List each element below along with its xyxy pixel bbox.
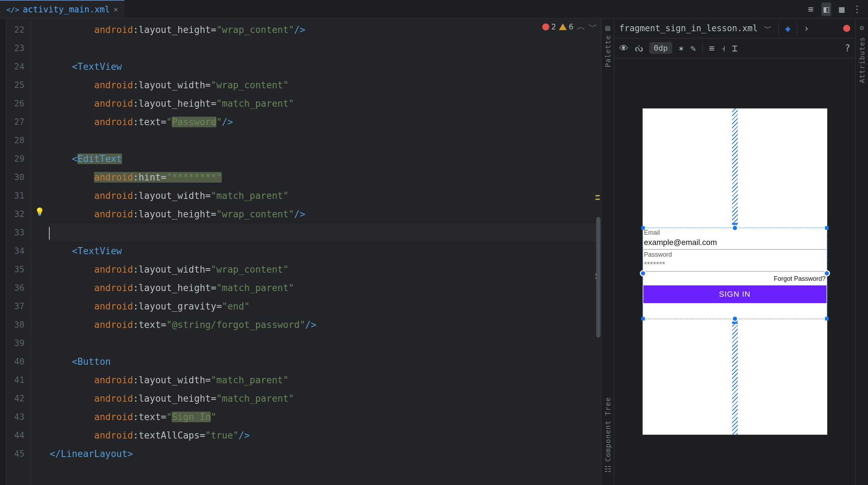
main-split: 2 6 ︿ ﹀ 22232425262728293031323334353637…	[0, 18, 868, 485]
chevron-right-icon[interactable]: ›	[804, 23, 809, 34]
preview-toolbar-primary: fragment_sign_in_lesson.xml ﹀ ◈ ›	[614, 18, 855, 38]
hint-gutter[interactable]: 💡	[31, 18, 48, 485]
tab-filename: activity_main.xml	[23, 5, 110, 15]
constraint-handle-left[interactable]	[640, 270, 646, 277]
device-frame[interactable]: Email example@email.com Password *******…	[643, 108, 827, 435]
preview-error-icon[interactable]	[843, 25, 850, 32]
tree-icon: ☷	[604, 465, 611, 474]
infer-constraints-icon[interactable]: ✶	[679, 43, 684, 54]
palette-rail-button[interactable]: ▤ Palette	[604, 23, 612, 67]
tab-strip: </> activity_main.xml × ≡ ◧ ▦ ⋮	[0, 0, 868, 18]
component-tree-rail-button[interactable]: Component Tree ☷	[604, 397, 612, 474]
split-view-icon[interactable]: ◧	[822, 2, 831, 16]
eye-icon[interactable]: 👁	[619, 43, 628, 54]
attributes-label: Attributes	[858, 37, 866, 83]
constraint-handle-right[interactable]	[824, 270, 830, 277]
palette-label: Palette	[604, 35, 612, 67]
selection-handle-bl[interactable]	[641, 317, 645, 320]
file-tab[interactable]: </> activity_main.xml ×	[0, 0, 125, 18]
guidelines-icon[interactable]: ⌶	[732, 43, 738, 54]
selection-handle-br[interactable]	[825, 317, 829, 320]
scrollbar-thumb[interactable]	[596, 217, 600, 338]
selection-handle-tl[interactable]	[641, 226, 645, 230]
constraint-handle-bottom[interactable]	[732, 316, 738, 322]
autoconnect-icon[interactable]: ᔔ	[635, 43, 643, 54]
left-tool-rail[interactable]	[0, 18, 6, 485]
preview-filename[interactable]: fragment_sign_in_lesson.xml	[619, 23, 758, 33]
magic-wand-icon[interactable]: ✎	[690, 43, 696, 54]
code-area[interactable]: android:layout_height="wrap_content"/> <…	[48, 18, 601, 485]
constraint-spring-top	[732, 108, 738, 228]
sliders-icon: ⚙	[859, 23, 864, 32]
pack-icon[interactable]: ⫞	[721, 43, 726, 54]
more-menu-icon[interactable]: ⋮	[852, 4, 862, 15]
align-icon[interactable]: ≡	[709, 43, 715, 54]
selection-handle-tr[interactable]	[825, 226, 829, 230]
help-icon[interactable]: ?	[845, 43, 850, 54]
line-number-gutter[interactable]: 2223242526272829303132333435363738394041…	[6, 18, 31, 485]
preview-toolbar-secondary: 👁 ᔔ 0dp ✶ ✎ ≡ ⫞ ⌶ ?	[614, 38, 855, 58]
constraint-spring-bottom	[732, 319, 738, 435]
component-tree-label: Component Tree	[604, 397, 612, 462]
design-surface[interactable]: Email example@email.com Password *******…	[614, 58, 855, 485]
attributes-rail[interactable]: ⚙ Attributes	[855, 18, 868, 485]
code-editor[interactable]: 2 6 ︿ ﹀ 22232425262728293031323334353637…	[6, 18, 601, 485]
error-stripe[interactable]	[595, 18, 601, 485]
code-view-icon[interactable]: ≡	[808, 4, 814, 15]
chevron-down-icon[interactable]: ﹀	[764, 23, 772, 34]
default-margin[interactable]: 0dp	[649, 42, 672, 54]
layout-preview-panel: fragment_sign_in_lesson.xml ﹀ ◈ › 👁 ᔔ 0d…	[614, 18, 855, 485]
palette-icon: ▤	[605, 23, 610, 32]
xml-file-icon: </>	[6, 5, 19, 14]
layers-icon[interactable]: ◈	[785, 23, 791, 34]
close-tab-icon[interactable]: ×	[114, 5, 118, 14]
design-view-icon[interactable]: ▦	[839, 4, 845, 15]
selection-frame[interactable]	[643, 228, 827, 319]
constraint-handle-top[interactable]	[732, 225, 738, 231]
designer-rail: ▤ Palette Component Tree ☷	[601, 18, 614, 485]
